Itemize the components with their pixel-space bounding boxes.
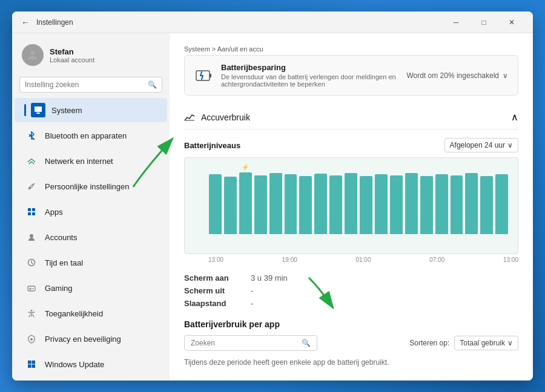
sidebar-item-windows-update[interactable]: Windows Update xyxy=(15,352,167,376)
chart-wrapper: 100% 50% ⚡ xyxy=(184,157,518,254)
chart-bar xyxy=(405,173,418,234)
app-usage-section: Batterijverbruik per app 🔍 Sorteren op: … xyxy=(184,319,518,367)
svg-point-11 xyxy=(31,310,33,312)
period-chevron: ∨ xyxy=(507,141,513,149)
svg-rect-14 xyxy=(32,361,36,364)
chart-bar xyxy=(285,174,297,234)
chart-bar xyxy=(390,175,403,234)
svg-rect-13 xyxy=(28,361,31,364)
apps-icon xyxy=(24,204,39,219)
sidebar-label-accounts: Accounts xyxy=(45,233,77,242)
x-label-3: 07:00 xyxy=(429,256,444,263)
sort-dropdown[interactable]: Totaal gebruik ∨ xyxy=(454,336,518,350)
sidebar-item-systeem[interactable]: Systeem xyxy=(15,98,167,122)
sort-value: Totaal gebruik xyxy=(460,339,505,347)
window-controls: ─ □ ✕ xyxy=(442,11,526,33)
chart-bar xyxy=(209,174,222,234)
sidebar-label-toegankelijkheid: Toegankelijkheid xyxy=(45,309,103,318)
app-search-icon: 🔍 xyxy=(302,339,311,347)
chart-bar xyxy=(224,177,237,234)
accu-title: Accuverbruik xyxy=(201,113,250,122)
main-content: Stefan Lokaal account 🔍 Systeem xyxy=(12,33,533,381)
right-panel: Systeem > Aan/uit en accu Batterijbespar… xyxy=(170,33,533,381)
chart-area: Batterijniveaus Afgelopen 24 uur ∨ 100% … xyxy=(184,138,518,263)
system-icon xyxy=(31,103,45,117)
chart-bar xyxy=(480,176,493,234)
sidebar-item-bluetooth[interactable]: Bluetooth en apparaten xyxy=(15,123,167,148)
chart-bar xyxy=(495,174,508,234)
empty-message: Tijdens deze periode heeft geen enkele a… xyxy=(184,358,518,367)
battery-icon xyxy=(194,66,214,85)
search-input[interactable] xyxy=(25,80,148,89)
maximize-button[interactable]: □ xyxy=(470,11,498,33)
svg-point-12 xyxy=(30,338,33,341)
stat-label-2: Slaapstand xyxy=(184,299,251,308)
svg-rect-10 xyxy=(28,286,35,291)
accu-chevron: ∧ xyxy=(511,111,518,123)
sort-label: Sorteren op: xyxy=(409,339,449,347)
svg-rect-1 xyxy=(35,106,42,112)
search-box[interactable]: 🔍 xyxy=(19,77,162,93)
stat-scherm-uit: Scherm uit - xyxy=(184,284,518,297)
sidebar-item-gaming[interactable]: Gaming xyxy=(15,276,167,300)
app-search-row: 🔍 Sorteren op: Totaal gebruik ∨ xyxy=(184,335,518,351)
x-label-2: 01:00 xyxy=(355,256,371,263)
app-search-box[interactable]: 🔍 xyxy=(184,335,317,351)
close-button[interactable]: ✕ xyxy=(498,11,526,33)
sidebar-item-netwerk[interactable]: Netwerk en internet xyxy=(15,149,167,173)
chart-title-row: Batterijniveaus Afgelopen 24 uur ∨ xyxy=(184,138,518,152)
chart-bars: ⚡ xyxy=(209,164,508,249)
svg-rect-15 xyxy=(28,365,31,368)
minimize-button[interactable]: ─ xyxy=(442,11,470,33)
svg-rect-2 xyxy=(36,113,40,114)
sort-row: Sorteren op: Totaal gebruik ∨ xyxy=(409,336,518,350)
x-label-0: 13:00 xyxy=(208,256,223,263)
stat-value-2: - xyxy=(251,299,253,308)
chart-bar xyxy=(465,173,478,234)
avatar xyxy=(22,44,44,66)
network-icon xyxy=(24,154,39,168)
chart-bar xyxy=(360,176,372,234)
app-usage-title: Batterijverbruik per app xyxy=(184,319,518,329)
sidebar-item-toegankelijkheid[interactable]: Toegankelijkheid xyxy=(15,301,167,325)
sidebar-item-persoonlijk[interactable]: Persoonlijke instellingen xyxy=(15,174,167,198)
breadcrumb: Systeem > Aan/uit en accu xyxy=(184,45,518,53)
sidebar-item-tijd[interactable]: Tijd en taal xyxy=(15,250,167,275)
sidebar-item-apps[interactable]: Apps xyxy=(15,200,167,224)
sidebar-label-privacy: Privacy en beveiliging xyxy=(45,335,121,344)
stat-label-1: Scherm uit xyxy=(184,286,251,295)
svg-point-0 xyxy=(30,51,35,55)
period-selector[interactable]: Afgelopen 24 uur ∨ xyxy=(444,138,518,152)
chart-bar: ⚡ xyxy=(239,172,252,234)
app-search-input[interactable] xyxy=(191,339,302,347)
window-title: Instellingen xyxy=(36,18,442,27)
user-subtitle: Lokaal account xyxy=(50,56,94,64)
clock-icon xyxy=(24,255,39,270)
chart-bar xyxy=(314,174,327,234)
user-info: Stefan Lokaal account xyxy=(50,47,94,64)
sidebar-label-netwerk: Netwerk en internet xyxy=(45,157,113,166)
stats-section: Scherm aan 3 u 39 min Scherm uit - Slaap… xyxy=(184,272,518,310)
chart-bar xyxy=(254,175,267,234)
user-section: Stefan Lokaal account xyxy=(12,38,170,72)
brush-icon xyxy=(24,179,39,194)
accu-section-header[interactable]: Accuverbruik ∧ xyxy=(184,105,518,129)
chart-container: ⚡ xyxy=(184,157,518,254)
accounts-icon xyxy=(24,230,39,244)
settings-window: ← Instellingen ─ □ ✕ Stefan Lokaal accou… xyxy=(12,11,533,381)
back-button[interactable]: ← xyxy=(19,16,31,28)
battery-saver-card[interactable]: Batterijbesparing De levensduur van de b… xyxy=(184,55,518,96)
chart-bar xyxy=(451,175,463,234)
battery-saver-chevron: ∨ xyxy=(503,71,508,80)
bluetooth-icon xyxy=(24,128,39,143)
chart-bar xyxy=(269,173,282,234)
svg-point-8 xyxy=(30,234,33,238)
chart-bar xyxy=(345,173,357,234)
battery-saver-status: Wordt om 20% ingeschakeld ∨ xyxy=(406,71,508,80)
svg-rect-18 xyxy=(210,74,211,77)
sidebar-item-accounts[interactable]: Accounts xyxy=(15,225,167,249)
svg-point-3 xyxy=(28,187,31,189)
x-label-1: 19:00 xyxy=(282,256,297,263)
sidebar-item-privacy[interactable]: Privacy en beveiliging xyxy=(15,327,167,351)
stat-scherm-aan: Scherm aan 3 u 39 min xyxy=(184,272,518,284)
